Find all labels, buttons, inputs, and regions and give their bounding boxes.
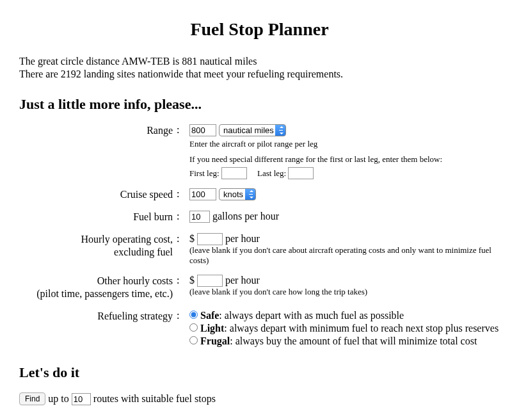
- row-strategy: Refueling strategy : Safe: always depart…: [19, 310, 500, 348]
- row-range: Range : nautical miles Enter the aircraf…: [19, 124, 500, 179]
- op-cost-prefix: $: [189, 233, 195, 244]
- strategy-radio-frugal[interactable]: [189, 336, 198, 344]
- other-cost-input[interactable]: [197, 275, 223, 287]
- cruise-input[interactable]: [189, 188, 216, 200]
- find-prefix: up to: [48, 393, 68, 405]
- strategy-name-safe: Safe: [200, 310, 219, 321]
- row-op-cost: Hourly operating cost, excluding fuel : …: [19, 233, 500, 266]
- op-cost-unit: per hour: [225, 233, 260, 244]
- op-cost-hint: (leave blank if you don't care about air…: [189, 245, 500, 266]
- other-cost-label: Other hourly costs (pilot time, passenge…: [19, 275, 177, 302]
- range-hint: Enter the aircraft or pilot range per le…: [189, 139, 500, 149]
- row-other-cost: Other hourly costs (pilot time, passenge…: [19, 275, 500, 302]
- last-leg-input[interactable]: [288, 167, 314, 179]
- range-unit-select[interactable]: nautical miles: [219, 124, 286, 136]
- op-cost-label: Hourly operating cost, excluding fuel: [19, 233, 177, 260]
- fuel-burn-unit: gallons per hour: [212, 211, 279, 222]
- row-find: Find up to routes with suitable fuel sto…: [19, 392, 500, 405]
- find-suffix: routes with suitable fuel stops: [93, 393, 216, 405]
- first-leg-input[interactable]: [221, 167, 247, 179]
- range-label: Range: [19, 124, 177, 138]
- cruise-unit-select[interactable]: knots: [219, 188, 256, 200]
- intro-distance: The great circle distance AMW-TEB is 881…: [19, 56, 500, 67]
- strategy-label: Refueling strategy: [19, 310, 177, 323]
- section-lets-do-it-heading: Let's do it: [19, 364, 500, 381]
- page-title: Fuel Stop Planner: [19, 19, 500, 40]
- cruise-label: Cruise speed: [19, 188, 177, 202]
- strategy-desc-safe: : always depart with as much fuel as pos…: [219, 310, 404, 321]
- find-button[interactable]: Find: [19, 392, 45, 405]
- strategy-radio-light[interactable]: [189, 323, 198, 332]
- row-fuel-burn: Fuel burn : gallons per hour: [19, 211, 500, 224]
- other-cost-hint: (leave blank if you don't care how long …: [189, 287, 500, 297]
- fuel-burn-input[interactable]: [189, 211, 210, 223]
- strategy-name-light: Light: [200, 323, 224, 334]
- first-leg-label: First leg:: [189, 168, 220, 178]
- row-cruise: Cruise speed : knots: [19, 188, 500, 202]
- strategy-desc-frugal: : always buy the amount of fuel that wil…: [230, 335, 477, 346]
- fuel-burn-label: Fuel burn: [19, 211, 177, 224]
- intro-sites: There are 2192 landing sites nationwide …: [19, 69, 500, 80]
- op-cost-input[interactable]: [197, 233, 223, 245]
- range-input[interactable]: [189, 124, 216, 136]
- strategy-desc-light: : always depart with minimum fuel to rea…: [224, 323, 499, 334]
- strategy-radio-safe[interactable]: [189, 311, 198, 319]
- other-cost-prefix: $: [189, 275, 195, 286]
- section-more-info-heading: Just a little more info, please...: [19, 96, 500, 113]
- last-leg-label: Last leg:: [257, 168, 286, 178]
- other-cost-unit: per hour: [225, 275, 260, 286]
- strategy-name-frugal: Frugal: [200, 335, 230, 346]
- find-count-input[interactable]: [72, 393, 91, 405]
- range-special-hint: If you need special different range for …: [189, 154, 500, 165]
